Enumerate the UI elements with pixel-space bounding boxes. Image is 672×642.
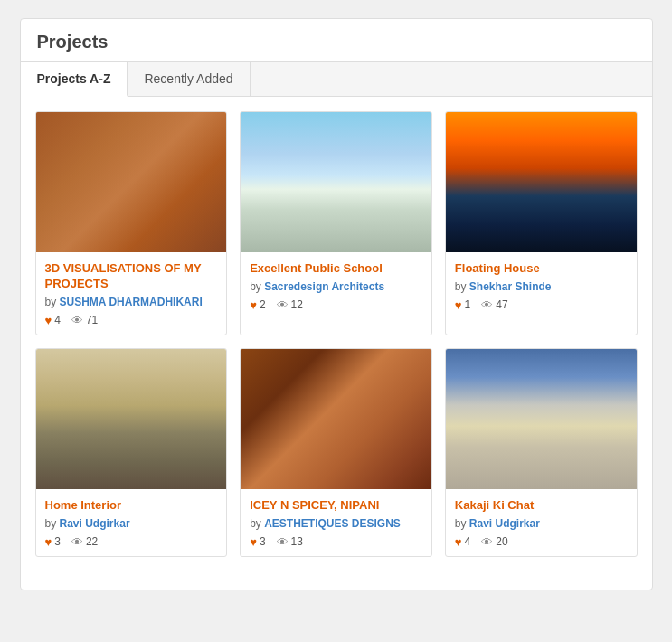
- likes-count: 4: [465, 535, 471, 548]
- project-image[interactable]: [36, 349, 227, 489]
- tab-recently-added[interactable]: Recently Added: [128, 62, 250, 96]
- projects-container: Projects Projects A-Z Recently Added 3D …: [20, 18, 653, 590]
- heart-icon: ♥: [250, 298, 257, 312]
- eye-icon: 👁: [481, 298, 493, 312]
- project-title[interactable]: Home Interior: [45, 498, 218, 514]
- project-image[interactable]: [36, 112, 227, 252]
- likes-stat: ♥ 2: [250, 298, 265, 312]
- eye-icon: 👁: [481, 535, 493, 549]
- author-link[interactable]: Shekhar Shinde: [469, 280, 552, 293]
- likes-count: 3: [260, 535, 266, 548]
- project-stats: ♥ 2 👁 12: [250, 298, 422, 312]
- project-info: Kakaji Ki Chat by Ravi Udgirkar ♥ 4 👁 20: [446, 489, 637, 556]
- eye-icon: 👁: [277, 535, 289, 549]
- likes-stat: ♥ 1: [455, 298, 470, 312]
- eye-icon: 👁: [71, 535, 83, 549]
- project-image[interactable]: [446, 349, 637, 489]
- project-author: by Shekhar Shinde: [455, 280, 628, 293]
- tab-projects-az[interactable]: Projects A-Z: [21, 62, 128, 97]
- views-stat: 👁 13: [277, 535, 303, 549]
- project-title[interactable]: 3D VISUALISATIONS OF MY PROJECTS: [45, 261, 218, 292]
- likes-stat: ♥ 3: [45, 535, 61, 549]
- project-author: by Ravi Udgirkar: [455, 517, 628, 530]
- project-card: Kakaji Ki Chat by Ravi Udgirkar ♥ 4 👁 20: [445, 348, 638, 557]
- project-card: Home Interior by Ravi Udgirkar ♥ 3 👁 22: [35, 348, 228, 557]
- views-stat: 👁 12: [277, 298, 303, 312]
- views-count: 12: [291, 298, 303, 311]
- views-stat: 👁 20: [481, 535, 507, 549]
- project-title[interactable]: Kakaji Ki Chat: [455, 498, 628, 514]
- heart-icon: ♥: [455, 298, 462, 312]
- likes-count: 3: [54, 535, 61, 548]
- tabs-bar: Projects A-Z Recently Added: [21, 62, 652, 97]
- heart-icon: ♥: [45, 314, 52, 327]
- page-header: Projects: [21, 19, 652, 62]
- author-link[interactable]: Ravi Udgirkar: [60, 517, 130, 530]
- project-stats: ♥ 3 👁 22: [45, 535, 218, 549]
- heart-icon: ♥: [45, 535, 52, 549]
- project-card: Excellent Public School by Sacredesign A…: [240, 111, 432, 335]
- views-count: 22: [86, 535, 98, 548]
- project-info: 3D VISUALISATIONS OF MY PROJECTS by SUSH…: [36, 252, 227, 335]
- project-title[interactable]: Floating House: [455, 261, 628, 277]
- views-count: 13: [291, 535, 303, 548]
- project-image[interactable]: [241, 349, 431, 489]
- project-info: Home Interior by Ravi Udgirkar ♥ 3 👁 22: [36, 489, 227, 556]
- project-image[interactable]: [446, 112, 637, 252]
- project-stats: ♥ 3 👁 13: [250, 535, 422, 549]
- views-count: 20: [496, 535, 507, 548]
- project-author: by AESTHETIQUES DESIGNS: [250, 517, 422, 530]
- eye-icon: 👁: [71, 314, 83, 327]
- projects-grid: 3D VISUALISATIONS OF MY PROJECTS by SUSH…: [21, 97, 652, 571]
- project-card: Floating House by Shekhar Shinde ♥ 1 👁 4…: [445, 111, 638, 335]
- project-stats: ♥ 4 👁 20: [455, 535, 628, 549]
- author-link[interactable]: SUSHMA DHARMADHIKARI: [60, 296, 203, 308]
- page-title: Projects: [37, 32, 636, 52]
- heart-icon: ♥: [455, 535, 462, 549]
- project-card: 3D VISUALISATIONS OF MY PROJECTS by SUSH…: [35, 111, 228, 335]
- project-author: by SUSHMA DHARMADHIKARI: [45, 296, 218, 308]
- project-title[interactable]: Excellent Public School: [250, 261, 422, 277]
- likes-stat: ♥ 4: [455, 535, 470, 549]
- views-count: 71: [86, 314, 98, 326]
- project-image[interactable]: [241, 112, 431, 252]
- author-link[interactable]: Ravi Udgirkar: [469, 517, 540, 530]
- author-link[interactable]: AESTHETIQUES DESIGNS: [264, 517, 401, 530]
- project-info: Floating House by Shekhar Shinde ♥ 1 👁 4…: [446, 252, 637, 319]
- likes-stat: ♥ 4: [45, 314, 61, 327]
- eye-icon: 👁: [277, 298, 289, 312]
- views-stat: 👁 47: [481, 298, 507, 312]
- project-card: ICEY N SPICEY, NIPANI by AESTHETIQUES DE…: [240, 348, 432, 557]
- project-info: Excellent Public School by Sacredesign A…: [241, 252, 431, 319]
- project-stats: ♥ 4 👁 71: [45, 314, 218, 327]
- likes-count: 4: [54, 314, 61, 326]
- project-stats: ♥ 1 👁 47: [455, 298, 628, 312]
- likes-count: 2: [260, 298, 266, 311]
- project-info: ICEY N SPICEY, NIPANI by AESTHETIQUES DE…: [241, 489, 431, 556]
- likes-stat: ♥ 3: [250, 535, 265, 549]
- project-author: by Sacredesign Architects: [250, 280, 422, 293]
- views-count: 47: [496, 298, 507, 311]
- project-title[interactable]: ICEY N SPICEY, NIPANI: [250, 498, 422, 514]
- views-stat: 👁 71: [71, 314, 98, 327]
- likes-count: 1: [465, 298, 471, 311]
- author-link[interactable]: Sacredesign Architects: [264, 280, 384, 293]
- heart-icon: ♥: [250, 535, 257, 549]
- project-author: by Ravi Udgirkar: [45, 517, 218, 530]
- views-stat: 👁 22: [71, 535, 98, 549]
